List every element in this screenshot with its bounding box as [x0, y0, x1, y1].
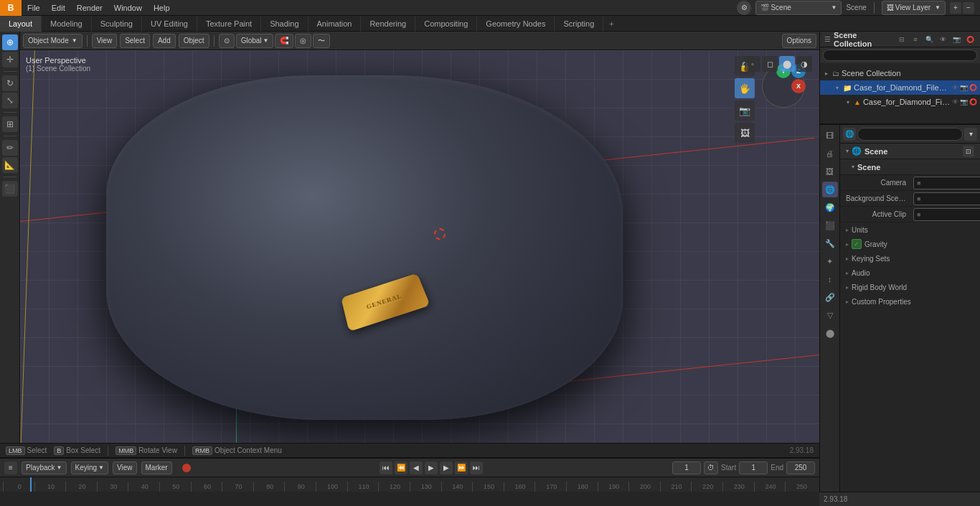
keying-menu[interactable]: Keying ▼ [71, 462, 109, 474]
view-menu[interactable]: View [113, 462, 137, 474]
jump-to-end-btn[interactable]: ⏭ [470, 462, 483, 474]
gizmo-x-axis[interactable]: X [791, 79, 806, 93]
active-clip-value[interactable]: ■ ✏ [913, 208, 980, 221]
view-layer-remove[interactable]: − [963, 2, 974, 14]
props-modifiers[interactable]: 🔧 [822, 235, 838, 251]
camera-input[interactable] [923, 179, 980, 187]
prev-keyframe-btn[interactable]: ⏪ [395, 462, 407, 474]
rendered-mode[interactable]: ◑ [796, 56, 812, 72]
bg-scene-input[interactable] [923, 195, 980, 202]
outliner-filter[interactable]: ⊟ [896, 34, 908, 45]
next-frame-btn[interactable]: ▶ [440, 462, 453, 474]
vis-cam-1[interactable]: 📷 [960, 84, 968, 91]
scene-selector[interactable]: 🎬 Scene ▼ [755, 1, 842, 15]
props-output[interactable]: 🖨 [822, 146, 838, 161]
vis-eye-1[interactable]: 👁 [952, 84, 958, 91]
select-menu[interactable]: Select [120, 34, 150, 48]
vis-render-1[interactable]: ⭕ [969, 84, 977, 91]
view-layer-selector[interactable]: 🖼 View Layer ▼ [882, 1, 946, 15]
props-material[interactable]: ⬤ [822, 325, 838, 341]
custom-props-item[interactable]: ▸ Custom Properties [840, 294, 980, 309]
prev-frame-btn[interactable]: ◀ [410, 462, 423, 474]
section-scene-sub-header[interactable]: ▾ Scene [840, 159, 980, 175]
tab-texture-paint[interactable]: Texture Paint [197, 16, 261, 32]
props-render[interactable]: 🎞 [822, 128, 838, 144]
expand-arrow-2[interactable]: ▾ [844, 98, 852, 106]
tab-sculpting[interactable]: Sculpting [92, 16, 142, 32]
timeline-ruler[interactable]: 0 10 20 30 40 50 60 70 80 90 100 110 120… [0, 477, 819, 492]
outliner-hide-icon[interactable]: 👁 [937, 34, 948, 45]
outliner-search-toggle[interactable]: 🔍 [923, 34, 935, 45]
tab-scripting[interactable]: Scripting [555, 16, 603, 32]
outliner-item-scene-collection[interactable]: ▸ 🗂 Scene Collection [820, 66, 980, 80]
rigid-body-world-item[interactable]: ▸ Rigid Body World [840, 280, 980, 294]
solid-mode[interactable]: ◻ [762, 56, 778, 72]
menu-window[interactable]: Window [108, 0, 148, 16]
time-format-btn[interactable]: ⏱ [704, 462, 718, 474]
outliner-camera-icon[interactable]: 📷 [951, 34, 962, 45]
object-menu[interactable]: Object [179, 34, 209, 48]
tab-shading[interactable]: Shading [261, 16, 308, 32]
marker-menu[interactable]: Marker [141, 462, 172, 474]
clip-input[interactable] [923, 210, 980, 218]
viewport-canvas[interactable]: User Perspective (1) Scene Collection 🔒 … [20, 50, 819, 457]
props-particles[interactable]: ✦ [822, 253, 838, 269]
outliner-search-input[interactable] [823, 50, 977, 61]
transform-global[interactable]: Global ▼ [236, 34, 274, 48]
menu-help[interactable]: Help [148, 0, 176, 16]
timeline-menu-icon[interactable]: ≡ [4, 462, 17, 474]
props-data[interactable]: ▽ [822, 307, 838, 323]
props-view-layer[interactable]: 🖼 [822, 164, 838, 179]
jump-to-start-btn[interactable]: ⏮ [380, 462, 392, 474]
background-scene-value[interactable]: ■ ✏ [913, 192, 980, 205]
wireframe-mode[interactable]: ◦ [745, 56, 760, 72]
tool-add[interactable]: ⬛ [2, 181, 18, 197]
tab-add[interactable]: + [603, 19, 619, 28]
gizmo-toggle[interactable]: 🖐 [735, 78, 755, 98]
tool-cursor[interactable]: ⊕ [2, 34, 18, 50]
gravity-item[interactable]: ▸ ✓ Gravity [840, 237, 980, 251]
tab-layout[interactable]: Layout [0, 16, 42, 32]
object-mode-dropdown[interactable]: Object Mode ▼ [23, 34, 83, 48]
start-frame-input[interactable]: 1 [739, 462, 768, 474]
expand-arrow-1[interactable]: ▾ [834, 84, 841, 91]
section-options[interactable]: ⊡ [963, 146, 974, 157]
next-keyframe-btn[interactable]: ⏩ [455, 462, 468, 474]
gravity-checkbox[interactable]: ✓ [852, 239, 862, 249]
props-header-icon[interactable]: 🌐 [843, 128, 856, 141]
tool-annotate[interactable]: ✏ [2, 140, 18, 156]
tab-uv-editing[interactable]: UV Editing [142, 16, 197, 32]
tab-geometry-nodes[interactable]: Geometry Nodes [477, 16, 555, 32]
tab-animation[interactable]: Animation [308, 16, 362, 32]
props-scene[interactable]: 🌐 [822, 182, 838, 197]
graph-editor[interactable]: 〜 [313, 34, 330, 48]
props-physics[interactable]: ↕ [822, 271, 838, 287]
snap-toggle[interactable]: 🧲 [275, 34, 293, 48]
transform-pivot[interactable]: ⊙ [219, 34, 235, 48]
add-menu[interactable]: Add [153, 34, 176, 48]
scene-settings-btn[interactable]: ⚙ [737, 1, 751, 15]
keying-sets-item[interactable]: ▸ Keying Sets [840, 251, 980, 266]
props-object[interactable]: ⬛ [822, 217, 838, 233]
tool-rotate[interactable]: ↻ [2, 75, 18, 91]
properties-search-input[interactable] [857, 128, 963, 141]
audio-item[interactable]: ▸ Audio [840, 266, 980, 280]
menu-render[interactable]: Render [71, 0, 108, 16]
current-frame-input[interactable]: 1 [672, 462, 701, 474]
proportional-edit[interactable]: ◎ [295, 34, 311, 48]
props-constraints[interactable]: 🔗 [822, 289, 838, 305]
menu-edit[interactable]: Edit [46, 0, 71, 16]
vis-cam-2[interactable]: 📷 [960, 98, 968, 106]
vis-render-2[interactable]: ⭕ [969, 98, 977, 106]
tab-compositing[interactable]: Compositing [415, 16, 477, 32]
end-frame-input[interactable]: 250 [786, 462, 815, 474]
vis-eye-2[interactable]: 👁 [952, 98, 958, 106]
outliner-render-icon[interactable]: ⭕ [964, 34, 976, 45]
playback-menu[interactable]: Playback ▼ [22, 462, 67, 474]
tool-move[interactable]: ✛ [2, 52, 18, 67]
properties-filter[interactable]: ▾ [964, 128, 977, 141]
expand-arrow-scene[interactable]: ▸ [823, 70, 830, 77]
view-menu[interactable]: View [92, 34, 118, 48]
view-layer-add[interactable]: + [950, 2, 961, 14]
material-mode[interactable]: ⬤ [779, 56, 795, 72]
